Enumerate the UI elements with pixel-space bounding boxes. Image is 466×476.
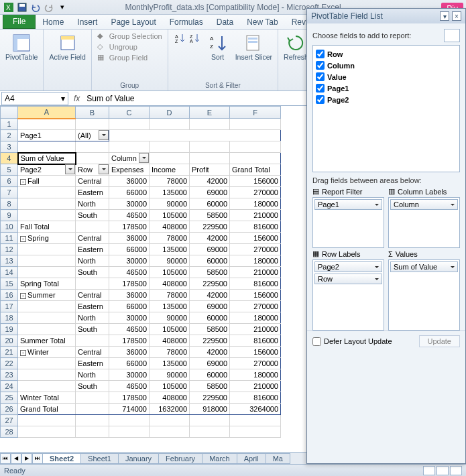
status-bar: Ready — [0, 464, 466, 476]
svg-rect-6 — [13, 35, 17, 51]
area-token[interactable]: Page1 — [314, 199, 382, 210]
pane-menu-icon[interactable]: ▾ — [440, 11, 449, 21]
qat-more-icon[interactable]: ▾ — [56, 1, 68, 13]
layout-picker-icon[interactable] — [444, 29, 460, 42]
refresh-button[interactable]: Refresh — [282, 31, 310, 62]
sheet-nav-next-icon[interactable]: ▶ — [21, 453, 32, 464]
sheet-nav-last-icon[interactable]: ⏭ — [32, 453, 43, 464]
sheet-tab[interactable]: Sheet1 — [80, 453, 119, 464]
insert-slicer-button[interactable]: Insert Slicer — [234, 31, 274, 62]
tab-formulas[interactable]: Formulas — [163, 15, 210, 29]
redo-icon[interactable] — [43, 1, 55, 13]
pivottable-button[interactable]: PivotTable — [4, 31, 39, 62]
svg-rect-3 — [19, 4, 25, 7]
svg-text:X: X — [6, 4, 11, 11]
dropdown-icon[interactable] — [99, 130, 109, 140]
tab-home[interactable]: Home — [36, 15, 70, 29]
sort-button[interactable]: AZ Sort — [205, 31, 231, 62]
row-labels-box[interactable]: Page2Row — [312, 259, 384, 331]
svg-text:Z: Z — [175, 39, 178, 44]
field-checkbox[interactable]: Row — [316, 48, 457, 60]
sheet-tab[interactable]: March — [202, 453, 237, 464]
dropdown-icon[interactable] — [139, 153, 149, 163]
svg-rect-17 — [248, 41, 257, 43]
sort-desc-button[interactable]: ZA — [187, 31, 202, 46]
svg-text:A: A — [210, 36, 214, 42]
svg-text:Z: Z — [210, 44, 213, 50]
choose-label: Choose fields to add to report: — [312, 32, 411, 40]
pane-title: PivotTable Field List — [311, 11, 383, 21]
active-field-button[interactable]: Active Field — [48, 31, 86, 62]
sheet-nav-prev-icon[interactable]: ◀ — [11, 453, 21, 464]
drag-label: Drag fields between areas below: — [307, 172, 465, 186]
sheet-tab[interactable]: April — [237, 453, 266, 464]
field-checkbox[interactable]: Page2 — [316, 94, 457, 105]
tab-page-layout[interactable]: Page Layout — [104, 15, 162, 29]
sheet-tab[interactable]: February — [158, 453, 202, 464]
tab-insert[interactable]: Insert — [70, 15, 104, 29]
svg-rect-16 — [248, 38, 257, 40]
view-layout-icon[interactable] — [436, 466, 449, 475]
sheet-tab[interactable]: January — [118, 453, 159, 464]
group-field-button: ▦Group Field — [96, 52, 164, 63]
fx-icon[interactable]: fx — [70, 94, 84, 103]
undo-icon[interactable] — [30, 1, 42, 13]
column-labels-box[interactable]: Column — [388, 197, 460, 248]
svg-text:A: A — [190, 39, 193, 44]
sheet-tab[interactable]: Ma — [266, 453, 290, 464]
rows-icon: ▦ — [312, 249, 319, 258]
defer-checkbox[interactable] — [312, 337, 321, 346]
columns-icon: ▥ — [388, 187, 395, 196]
update-button[interactable]: Update — [419, 335, 460, 347]
svg-rect-8 — [61, 36, 74, 40]
group-selection-button: ◆Group Selection — [96, 31, 164, 42]
tab-new[interactable]: New Tab — [240, 15, 284, 29]
file-tab[interactable]: File — [3, 14, 36, 29]
name-box[interactable]: A4▾ — [1, 92, 68, 105]
dropdown-icon[interactable] — [99, 164, 109, 174]
sigma-icon: Σ — [388, 250, 393, 258]
status-text: Ready — [4, 467, 25, 475]
area-token[interactable]: Column — [390, 199, 458, 210]
field-checkbox[interactable]: Value — [316, 71, 457, 82]
values-box[interactable]: Sum of Value — [388, 259, 460, 331]
area-token[interactable]: Row — [314, 274, 382, 284]
pivottable-field-list: PivotTable Field List ▾ × Choose fields … — [306, 8, 466, 464]
view-break-icon[interactable] — [450, 466, 462, 475]
view-normal-icon[interactable] — [423, 466, 435, 475]
field-checklist[interactable]: Row Column Value Page1 Page2 — [312, 45, 460, 172]
filter-icon: ▤ — [312, 187, 319, 196]
area-token[interactable]: Page2 — [314, 261, 382, 272]
pane-close-icon[interactable]: × — [452, 11, 461, 21]
ungroup-button: ◇Ungroup — [96, 42, 164, 52]
excel-icon[interactable]: X — [3, 1, 15, 13]
sheet-nav-first-icon[interactable]: ⏮ — [0, 453, 11, 464]
dropdown-icon[interactable] — [65, 164, 75, 174]
report-filter-box[interactable]: Page1 — [312, 197, 384, 248]
save-icon[interactable] — [16, 1, 28, 13]
svg-text:A: A — [175, 34, 178, 39]
sheet-tab[interactable]: Sheet2 — [42, 453, 81, 464]
sort-asc-button[interactable]: AZ — [172, 31, 187, 46]
field-checkbox[interactable]: Page1 — [316, 82, 457, 94]
defer-label: Defer Layout Update — [324, 337, 392, 345]
tab-data[interactable]: Data — [210, 15, 240, 29]
field-checkbox[interactable]: Column — [316, 60, 457, 71]
svg-text:Z: Z — [190, 34, 193, 39]
area-token[interactable]: Sum of Value — [390, 261, 458, 272]
spreadsheet-grid[interactable]: ABCDEF12Page1(All)34Sum of ValueColumn5P… — [0, 106, 302, 452]
